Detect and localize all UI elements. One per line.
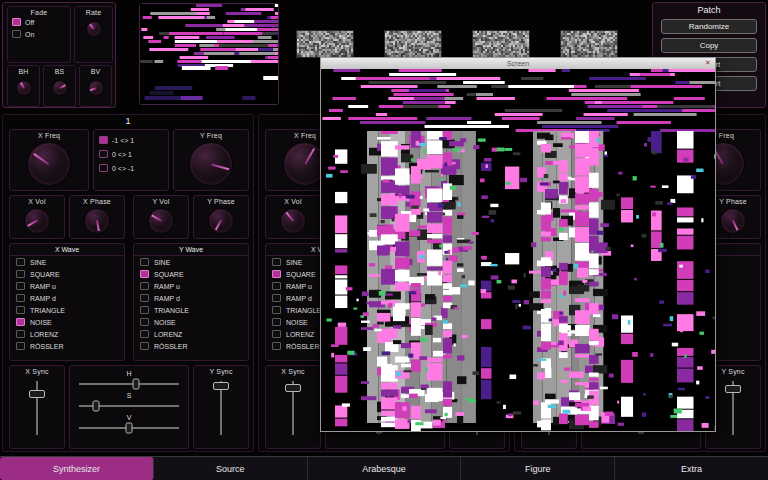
h-label: H [70, 370, 188, 377]
wave-checkbox[interactable] [16, 330, 25, 338]
wave-option-noise[interactable]: NOISE [134, 316, 248, 328]
fade-option-off[interactable]: Off [8, 16, 70, 28]
y-sync-slider[interactable] [210, 379, 232, 437]
wave-option-ramp-up[interactable]: RAMP u [134, 280, 248, 292]
wave-checkbox[interactable] [140, 270, 149, 278]
bh-knob[interactable] [16, 80, 32, 96]
fade-option-on[interactable]: On [8, 28, 70, 40]
range-checkbox[interactable] [99, 164, 108, 172]
h-slider[interactable] [77, 378, 181, 390]
bv-label: BV [80, 66, 111, 75]
wave-option-rossler[interactable]: RÖSSLER [10, 340, 124, 352]
wave-option-ramp-down[interactable]: RAMP d [134, 292, 248, 304]
wave-checkbox[interactable] [272, 258, 281, 266]
wave-checkbox[interactable] [140, 258, 149, 266]
screen-window-titlebar[interactable]: Screen ✕ [321, 58, 715, 69]
tab-figure[interactable]: Figure [461, 457, 615, 480]
wave-checkbox[interactable] [140, 294, 149, 302]
wave-checkbox[interactable] [140, 306, 149, 314]
range-option-positive[interactable]: 0 <> 1 [94, 147, 168, 161]
close-icon[interactable]: ✕ [703, 58, 713, 68]
slider-handle[interactable] [133, 379, 140, 390]
wave-checkbox[interactable] [140, 282, 149, 290]
randomize-button[interactable]: Randomize [661, 19, 757, 34]
wave-option-triangle[interactable]: TRIANGLE [134, 304, 248, 316]
wave-checkbox[interactable] [272, 270, 281, 278]
wave-checkbox[interactable] [16, 342, 25, 350]
y-vol-knob[interactable] [148, 208, 174, 234]
y-freq-knob[interactable] [189, 142, 233, 186]
y-phase-knob[interactable] [208, 208, 234, 234]
range-checkbox[interactable] [99, 136, 108, 144]
wave-checkbox[interactable] [16, 258, 25, 266]
x-sync-slider[interactable] [26, 379, 48, 437]
x-phase-label: X Phase [70, 196, 124, 205]
tab-source[interactable]: Source [154, 457, 308, 480]
x-freq-knob[interactable] [27, 142, 71, 186]
slider-handle[interactable] [29, 390, 45, 398]
wave-checkbox[interactable] [272, 294, 281, 302]
x-sync-panel: X Sync [265, 365, 321, 449]
v-slider[interactable] [77, 422, 181, 434]
slider-handle[interactable] [213, 382, 229, 390]
wave-option-lorenz[interactable]: LORENZ [134, 328, 248, 340]
wave-option-square[interactable]: SQUARE [134, 268, 248, 280]
x-sync-slider[interactable] [282, 379, 304, 437]
noise-thumb-1[interactable] [296, 30, 354, 58]
wave-checkbox[interactable] [16, 318, 25, 326]
wave-option-rossler[interactable]: RÖSSLER [134, 340, 248, 352]
bv-knob[interactable] [88, 80, 104, 96]
fade-box: Fade Off On [7, 6, 71, 63]
wave-label: RÖSSLER [286, 343, 319, 350]
copy-button[interactable]: Copy [661, 38, 757, 53]
wave-checkbox[interactable] [272, 306, 281, 314]
wave-option-sine[interactable]: SINE [134, 256, 248, 268]
fade-off-checkbox[interactable] [12, 18, 21, 26]
synthesizer-app: Fade Off On Rate BH BS BV [0, 0, 768, 480]
fade-on-checkbox[interactable] [12, 30, 21, 38]
wave-checkbox[interactable] [16, 294, 25, 302]
y-sync-slider[interactable] [722, 379, 744, 437]
wave-checkbox[interactable] [16, 282, 25, 290]
wave-label: SQUARE [154, 271, 184, 278]
tab-arabesque[interactable]: Arabesque [308, 457, 462, 480]
wave-checkbox[interactable] [272, 282, 281, 290]
wave-option-ramp-up[interactable]: RAMP u [10, 280, 124, 292]
wave-checkbox[interactable] [272, 342, 281, 350]
wave-checkbox[interactable] [16, 306, 25, 314]
wave-option-square[interactable]: SQUARE [10, 268, 124, 280]
wave-option-noise[interactable]: NOISE [10, 316, 124, 328]
y-phase-knob[interactable] [720, 208, 746, 234]
s-slider[interactable] [77, 400, 181, 412]
noise-thumb-2[interactable] [384, 30, 442, 58]
tab-extra[interactable]: Extra [615, 457, 768, 480]
wave-label: RÖSSLER [30, 343, 63, 350]
noise-thumb-4[interactable] [560, 30, 618, 58]
v-label: V [70, 414, 188, 421]
wave-checkbox[interactable] [140, 330, 149, 338]
noise-thumb-3[interactable] [472, 30, 530, 58]
slider-handle[interactable] [126, 423, 133, 434]
slider-handle[interactable] [285, 384, 301, 392]
wave-checkbox[interactable] [272, 330, 281, 338]
knob-needle [211, 163, 229, 170]
rate-knob[interactable] [86, 21, 102, 37]
wave-option-sine[interactable]: SINE [10, 256, 124, 268]
range-checkbox[interactable] [99, 150, 108, 158]
slider-handle[interactable] [92, 401, 99, 412]
range-option-bipolar[interactable]: -1 <> 1 [94, 133, 168, 147]
wave-option-ramp-down[interactable]: RAMP d [10, 292, 124, 304]
bs-knob[interactable] [52, 80, 68, 96]
range-option-negative[interactable]: 0 <> -1 [94, 161, 168, 175]
x-vol-knob[interactable] [24, 208, 50, 234]
wave-checkbox[interactable] [16, 270, 25, 278]
wave-checkbox[interactable] [272, 318, 281, 326]
wave-checkbox[interactable] [140, 342, 149, 350]
wave-option-triangle[interactable]: TRIANGLE [10, 304, 124, 316]
tab-synthesizer[interactable]: Synthesizer [0, 457, 154, 480]
wave-checkbox[interactable] [140, 318, 149, 326]
wave-option-lorenz[interactable]: LORENZ [10, 328, 124, 340]
x-phase-knob[interactable] [84, 208, 110, 234]
x-vol-knob[interactable] [280, 208, 306, 234]
slider-handle[interactable] [725, 385, 741, 393]
